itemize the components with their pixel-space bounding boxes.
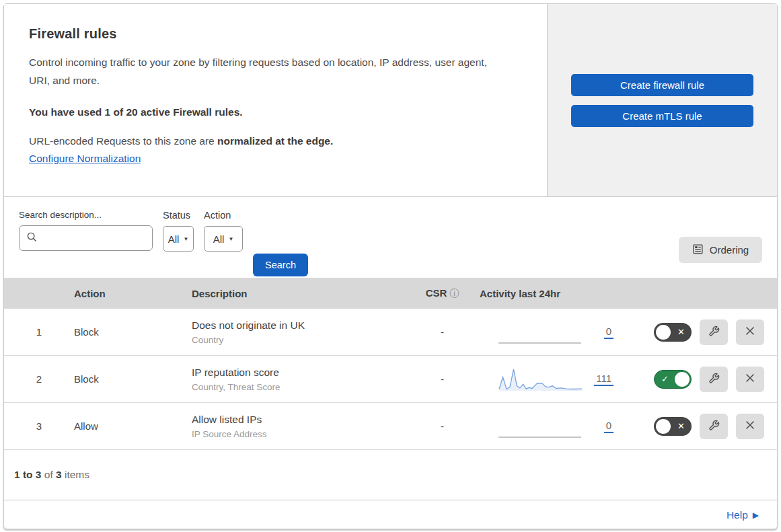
enable-toggle[interactable]: ✓ ✕ (654, 323, 692, 342)
toggle-knob (656, 419, 671, 434)
normalization-note: URL-encoded Requests to this zone are no… (29, 135, 520, 147)
rule-controls: ✓ ✕ (630, 367, 777, 392)
firewall-rules-card: Firewall rules Control incoming traffic … (3, 3, 778, 529)
search-button[interactable]: Search (253, 254, 308, 276)
activity-sparkline (498, 320, 583, 344)
rule-description: Does not originate in UK (192, 319, 410, 332)
rule-controls: ✓ ✕ (630, 414, 777, 439)
activity-count-link[interactable]: 0 (604, 326, 613, 339)
wrench-icon (708, 326, 720, 339)
rule-activity-cell: 111 (474, 367, 630, 391)
help-link[interactable]: Help ▶ (727, 509, 759, 521)
check-icon: ✓ (661, 374, 669, 384)
rule-description: Allow listed IPs (192, 414, 410, 426)
edit-rule-button[interactable] (700, 319, 728, 345)
column-activity: Activity last 24hr (474, 288, 630, 299)
configure-normalization-link[interactable]: Configure Normalization (29, 153, 141, 165)
create-firewall-rule-button[interactable]: Create firewall rule (571, 74, 753, 96)
items-text: items (62, 469, 89, 480)
activity-count-link[interactable]: 0 (604, 420, 613, 433)
help-label: Help (727, 509, 748, 521)
rule-description-cell: IP reputation score Country, Threat Scor… (192, 367, 410, 392)
rule-description-cell: Does not originate in UK Country (192, 319, 410, 345)
rule-priority: 2 (4, 373, 74, 385)
close-icon (745, 420, 755, 432)
search-label: Search description... (19, 210, 153, 220)
ordering-button[interactable]: Ordering (679, 237, 762, 263)
search-field-wrap (19, 225, 153, 251)
page-description: Control incoming traffic to your zone by… (29, 53, 507, 89)
rule-fields: IP Source Address (192, 429, 410, 439)
help-bar: Help ▶ (4, 500, 777, 529)
delete-rule-button[interactable] (736, 319, 764, 345)
activity-count-link[interactable]: 111 (594, 373, 613, 386)
chevron-down-icon: ▼ (183, 236, 188, 242)
header-text-block: Firewall rules Control incoming traffic … (4, 4, 547, 196)
column-action: Action (74, 288, 192, 299)
column-csr-label: CSR (426, 287, 447, 299)
of-text: of (41, 469, 56, 480)
action-filter-group: Action All ▼ (204, 210, 243, 278)
toggle-knob (675, 372, 690, 387)
search-icon (26, 231, 37, 245)
status-filter-group: Status All ▼ (163, 210, 194, 278)
edit-rule-button[interactable] (700, 367, 728, 392)
rule-action: Block (74, 373, 192, 385)
items-total: 3 (56, 469, 62, 480)
rule-activity-cell: 0 (474, 320, 630, 344)
status-select-value: All (168, 233, 180, 245)
status-label: Status (163, 210, 194, 221)
pagination-summary: 1 to 3 of 3 items (4, 450, 777, 500)
close-icon (745, 326, 755, 338)
rule-csr: - (410, 326, 474, 338)
delete-rule-button[interactable] (736, 414, 764, 439)
close-icon (745, 373, 755, 385)
info-icon[interactable]: ⓘ (449, 288, 459, 299)
normalization-bold: normalized at the edge. (217, 135, 333, 147)
ordering-label: Ordering (710, 244, 749, 256)
action-select[interactable]: All ▼ (204, 226, 243, 252)
column-csr: CSRⓘ (410, 287, 474, 300)
ordering-icon (692, 243, 704, 257)
rule-fields: Country (192, 335, 410, 345)
wrench-icon (708, 373, 720, 386)
normalization-prefix: URL-encoded Requests to this zone are (29, 135, 217, 147)
rule-csr: - (410, 373, 474, 385)
rule-priority: 1 (4, 326, 74, 338)
table-row: 2 Block IP reputation score Country, Thr… (4, 356, 777, 403)
status-select[interactable]: All ▼ (163, 226, 194, 252)
table-row: 1 Block Does not originate in UK Country… (4, 309, 777, 356)
activity-sparkline (498, 367, 583, 391)
search-group: Search description... (19, 210, 153, 278)
action-select-value: All (213, 233, 225, 245)
page-title: Firewall rules (29, 26, 520, 42)
rule-priority: 3 (4, 420, 74, 432)
header-section: Firewall rules Control incoming traffic … (4, 4, 777, 197)
enable-toggle[interactable]: ✓ ✕ (654, 417, 692, 436)
create-mtls-rule-button[interactable]: Create mTLS rule (571, 105, 753, 127)
rule-description: IP reputation score (192, 367, 410, 379)
actions-panel: Create firewall rule Create mTLS rule (547, 4, 777, 196)
items-range: 1 to 3 (14, 469, 41, 480)
chevron-down-icon: ▼ (228, 236, 233, 242)
x-icon: ✕ (677, 421, 685, 431)
edit-rule-button[interactable] (700, 414, 728, 439)
search-input[interactable] (42, 233, 164, 243)
delete-rule-button[interactable] (736, 367, 764, 392)
x-icon: ✕ (677, 327, 685, 337)
rule-controls: ✓ ✕ (630, 319, 777, 345)
action-label: Action (204, 210, 243, 221)
toggle-knob (656, 325, 671, 340)
rule-activity-cell: 0 (474, 414, 630, 439)
arrow-right-icon: ▶ (753, 510, 759, 520)
usage-summary: You have used 1 of 20 active Firewall ru… (29, 106, 520, 118)
wrench-icon (708, 420, 720, 433)
enable-toggle[interactable]: ✓ ✕ (654, 370, 692, 389)
column-description: Description (192, 288, 410, 299)
table-row: 3 Allow Allow listed IPs IP Source Addre… (4, 403, 777, 450)
rule-csr: - (410, 420, 474, 432)
table-header: Action Description CSRⓘ Activity last 24… (4, 278, 777, 309)
rule-action: Block (74, 326, 192, 338)
filter-bar: Search description... Status All ▼ Actio… (4, 197, 777, 278)
rule-fields: Country, Threat Score (192, 382, 410, 392)
